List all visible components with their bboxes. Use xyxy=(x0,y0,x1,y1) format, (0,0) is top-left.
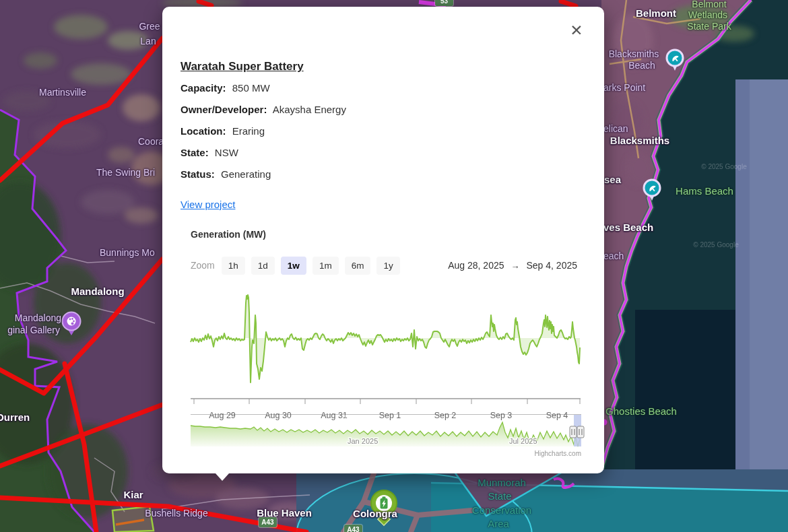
x-axis-label: Sep 2 xyxy=(434,411,457,420)
x-axis-label: Sep 1 xyxy=(379,411,401,420)
highcharts-credit[interactable]: Highcharts.com xyxy=(535,450,581,457)
x-axis-ticks xyxy=(194,399,580,404)
ocean-tile-slate-2 xyxy=(750,79,788,471)
zoom-button-1y[interactable]: 1y xyxy=(376,257,399,275)
field-value: Eraring xyxy=(230,125,265,137)
navigator-handle-right[interactable] xyxy=(577,426,584,438)
project-popup: ✕ Waratah Super Battery Capacity: 850 MW… xyxy=(162,7,604,473)
navigator-handle-left[interactable] xyxy=(570,426,577,438)
zoom-button-1d[interactable]: 1d xyxy=(251,257,275,275)
zoom-button-6m[interactable]: 6m xyxy=(345,257,371,275)
date-range: Aug 28, 2025 → Sep 4, 2025 xyxy=(448,260,577,271)
project-boundary-polygon[interactable] xyxy=(112,506,154,532)
project-fields: Capacity: 850 MWOwner/Developer: Akaysha… xyxy=(180,82,346,190)
zoom-buttons: 1h1d1w1m6m1y xyxy=(222,257,400,275)
field-value: NSW xyxy=(212,147,238,158)
navigator-label: Jan 2025 xyxy=(348,437,378,445)
zoom-button-1m[interactable]: 1m xyxy=(313,257,339,275)
road-shield-53: 53 xyxy=(435,0,453,6)
x-axis-label: Aug 29 xyxy=(209,411,236,420)
field-value: 850 MW xyxy=(230,82,270,94)
field-row-3: State: NSW xyxy=(180,147,346,168)
field-label: Location: xyxy=(180,125,226,137)
field-value: Akaysha Energy xyxy=(270,104,346,115)
x-axis-label: Sep 4 xyxy=(546,411,568,420)
generation-chart[interactable]: Aug 29Aug 30Aug 31Sep 1Sep 2Sep 3Sep 4 J… xyxy=(190,283,585,465)
range-selector: Zoom 1h1d1w1m6m1y Aug 28, 2025 → Sep 4, … xyxy=(191,255,577,275)
x-axis-label: Aug 30 xyxy=(265,411,292,420)
view-project-link[interactable]: View project xyxy=(180,199,235,210)
x-axis-label: Sep 3 xyxy=(490,411,513,420)
zoom-label: Zoom xyxy=(191,260,215,271)
x-axis-labels: Aug 29Aug 30Aug 31Sep 1Sep 2Sep 3Sep 4 xyxy=(209,411,568,420)
field-row-0: Capacity: 850 MW xyxy=(180,82,346,104)
field-label: State: xyxy=(180,147,209,158)
zoom-button-1w[interactable]: 1w xyxy=(281,257,306,275)
field-row-4: Status: Generating xyxy=(180,168,346,190)
field-label: Owner/Developer: xyxy=(180,104,267,115)
close-icon[interactable]: ✕ xyxy=(568,22,585,39)
chart-title: Generation (MW) xyxy=(191,229,266,240)
field-row-2: Location: Eraring xyxy=(180,125,346,147)
field-label: Status: xyxy=(180,168,215,180)
popup-title: Waratah Super Battery xyxy=(180,60,304,73)
zoom-button-1h[interactable]: 1h xyxy=(222,257,245,275)
range-to[interactable]: Sep 4, 2025 xyxy=(526,260,577,271)
field-value: Generating xyxy=(218,168,271,180)
ocean-tile-dark xyxy=(635,310,735,469)
app-screen: GreeLanMartinsvilleCooraThe Swing BriBun… xyxy=(0,0,788,532)
range-from[interactable]: Aug 28, 2025 xyxy=(448,260,504,271)
range-arrow-icon: → xyxy=(511,261,519,271)
popup-pointer-tail xyxy=(209,466,236,481)
x-axis-label: Aug 31 xyxy=(321,411,348,420)
navigator-label: Jul 2025 xyxy=(509,437,537,445)
field-label: Capacity: xyxy=(180,82,226,94)
field-row-1: Owner/Developer: Akaysha Energy xyxy=(180,104,346,125)
road-shield-A43: A43 xyxy=(344,525,362,532)
road-shield-A43: A43 xyxy=(259,517,277,527)
